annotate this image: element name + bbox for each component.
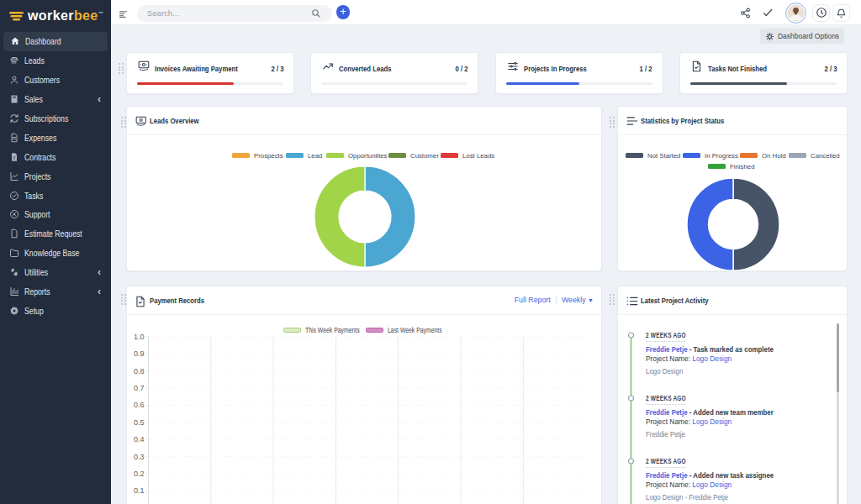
svg-text:0.9: 0.9 xyxy=(134,349,145,358)
svg-text:0.5: 0.5 xyxy=(134,417,145,426)
svg-text:1.0: 1.0 xyxy=(134,332,145,340)
svg-text:0.3: 0.3 xyxy=(134,452,145,460)
svg-text:0.1: 0.1 xyxy=(134,486,145,495)
svg-text:0.7: 0.7 xyxy=(134,384,145,392)
svg-text:0.8: 0.8 xyxy=(134,366,145,375)
svg-text:0.2: 0.2 xyxy=(134,470,145,478)
svg-text:0.4: 0.4 xyxy=(134,435,145,444)
svg-text:0.6: 0.6 xyxy=(134,401,145,409)
